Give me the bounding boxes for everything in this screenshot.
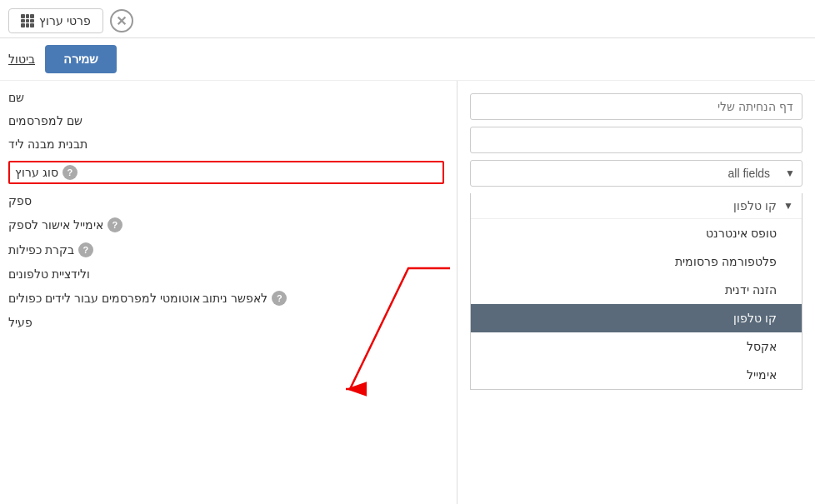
allfields-dropdown-row: ▼ all fields xyxy=(470,160,802,187)
list-item[interactable]: אקסל xyxy=(471,332,802,361)
field-row-name: שם xyxy=(8,91,444,104)
input2-row xyxy=(470,127,802,153)
field-row-channel-type: ? סוג ערוץ xyxy=(8,161,444,184)
field-label-duplicate-check: בקרת כפילות xyxy=(8,243,74,257)
close-button[interactable]: ✕ xyxy=(110,9,133,32)
field-label-publisher-name: שם למפרסמים xyxy=(8,114,82,127)
dropdown-open-arrow-icon: ▼ xyxy=(783,200,793,212)
field-row-phone-validation: ולידציית טלפונים xyxy=(8,267,444,281)
dropdown-open-header[interactable]: ▼ קו טלפון xyxy=(471,193,802,219)
help-icon-supplier-email[interactable]: ? xyxy=(108,217,122,232)
field-row-publisher-name: שם למפרסמים xyxy=(8,114,444,127)
cancel-link[interactable]: ביטול xyxy=(8,52,35,66)
grid-icon xyxy=(21,14,34,27)
list-item[interactable]: אימייל xyxy=(471,361,802,389)
field-label-supplier: ספק xyxy=(8,194,32,207)
field-label-supplier-email: אימייל אישור לספק xyxy=(8,218,103,232)
field-row-supplier-email: ? אימייל אישור לספק xyxy=(8,217,444,232)
field-row-supplier: ספק xyxy=(8,194,444,207)
list-item-selected[interactable]: קו טלפון xyxy=(471,304,802,332)
help-icon-duplicate-check[interactable]: ? xyxy=(78,242,93,257)
allfields-arrow-icon: ▼ xyxy=(778,162,802,185)
tab-label: פרטי ערוץ xyxy=(39,14,91,27)
field-label-active: פעיל xyxy=(8,316,32,329)
right-panel: שם שם למפרסמים תבנית מבנה ליד ? סוג ערוץ… xyxy=(0,81,457,504)
action-bar: שמירה ביטול xyxy=(0,38,815,81)
input1-row xyxy=(470,93,802,120)
channel-type-dropdown-open: ▼ קו טלפון טופס אינטרנט פלטפורמה פרסומית… xyxy=(470,193,802,390)
save-button[interactable]: שמירה xyxy=(45,45,117,73)
field-label-auto-approve: לאפשר ניתוב אוטומטי למפרסמים עבור לידים … xyxy=(8,292,268,305)
field-row-lead-template: תבנית מבנה ליד xyxy=(8,137,444,151)
field-label-name: שם xyxy=(8,91,24,104)
help-icon-auto-approve[interactable]: ? xyxy=(272,291,287,306)
list-item[interactable]: טופס אינטרנט xyxy=(471,219,802,247)
field-label-phone-validation: ולידציית טלפונים xyxy=(8,267,90,281)
landing-page-input[interactable] xyxy=(470,93,802,120)
list-item[interactable]: פלטפורמה פרסומית xyxy=(471,247,802,276)
field-row-active: פעיל xyxy=(8,316,444,329)
channel-details-tab[interactable]: פרטי ערוץ xyxy=(8,8,103,33)
help-icon-channel-type[interactable]: ? xyxy=(62,165,78,180)
left-panel: ▼ all fields ▼ קו טלפון טופס אינטרנט פלט… xyxy=(457,81,815,504)
top-bar: ✕ פרטי ערוץ xyxy=(0,0,815,38)
list-item[interactable]: הזנה ידנית xyxy=(471,276,802,304)
allfields-value: all fields xyxy=(471,161,778,186)
dropdown-open-header-label: קו טלפון xyxy=(479,199,777,212)
main-layout: ▼ all fields ▼ קו טלפון טופס אינטרנט פלט… xyxy=(0,81,815,504)
field-row-auto-approve: ? לאפשר ניתוב אוטומטי למפרסמים עבור לידי… xyxy=(8,291,444,306)
field-row-duplicate-check: ? בקרת כפילות xyxy=(8,242,444,257)
field-label-channel-type: סוג ערוץ xyxy=(15,166,58,179)
allfields-dropdown[interactable]: ▼ all fields xyxy=(470,160,802,187)
field-label-lead-template: תבנית מבנה ליד xyxy=(8,137,88,151)
second-input[interactable] xyxy=(470,127,802,153)
close-icon: ✕ xyxy=(116,13,127,29)
